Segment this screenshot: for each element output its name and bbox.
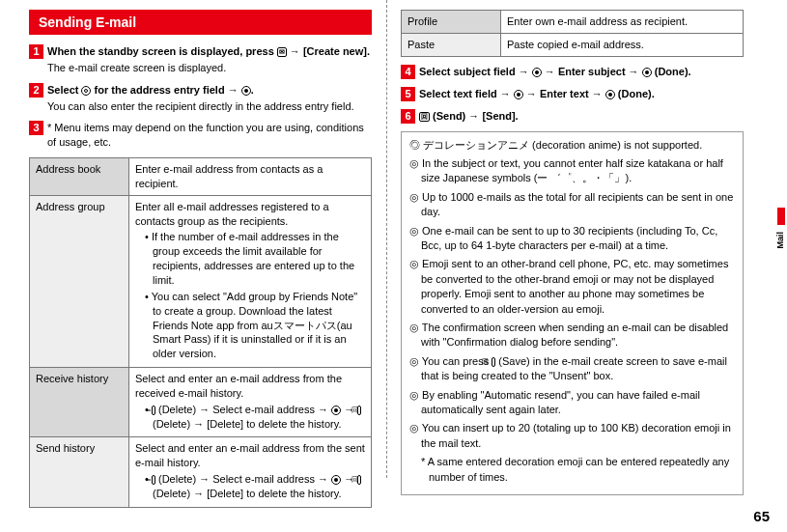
list-item: ═ (Delete) → Select e-mail address → → 回… (145, 472, 365, 501)
note-subline: * A same entered decoration emoji can be… (409, 455, 735, 485)
page-content: Sending E-mail 1 When the standby screen… (0, 0, 787, 492)
step1-note: The e-mail create screen is displayed. (47, 61, 372, 75)
center-key-icon (331, 475, 341, 485)
inner-list: If the number of e-mail addresses in the… (135, 230, 365, 361)
step2-note: You can also enter the recipient directl… (47, 99, 372, 114)
profile-paste-table: Profile Enter own e-mail address as reci… (401, 10, 744, 57)
cell-value: Select and enter an e-mail address from … (129, 368, 372, 437)
note-text: Up to 1000 e-mails as the total for all … (421, 191, 733, 217)
section-header: Sending E-mail (29, 10, 372, 35)
center-key-icon (514, 90, 523, 99)
step-number-icon: 1 (29, 44, 43, 59)
soft-key-icon: 回 (357, 406, 361, 415)
inner-list: ═ (Delete) → Select e-mail address → → 回… (135, 472, 365, 501)
step-number-icon: 2 (29, 83, 43, 98)
note-text: Emoji sent to an other-brand cell phone,… (421, 258, 728, 314)
soft-key-icon: ═ (152, 475, 155, 485)
step-5: 5 Select text field → → Enter text → (Do… (401, 87, 744, 101)
inner-list: ═ (Delete) → Select e-mail address → → 回… (135, 403, 365, 432)
address-options-table: Address book Enter e-mail address from c… (29, 157, 372, 508)
step5-main: Select text field → → Enter text → (Done… (419, 88, 655, 99)
note-line: ◎ In the subject or text, you cannot ent… (409, 156, 735, 186)
notes-box: ◎ デコレーションアニメ (decoration anime) is not s… (401, 131, 744, 495)
cell-text: Enter all e-mail addresses registered to… (135, 201, 329, 227)
soft-key-icon: ═ (152, 406, 155, 415)
right-column: Profile Enter own e-mail address as reci… (386, 10, 744, 492)
note-text: By enabling "Automatic resend", you can … (421, 389, 700, 415)
step-2: 2 Select for the address entry field → .… (29, 83, 372, 114)
cell-value: Select and enter an e-mail address from … (129, 437, 372, 507)
note-text: * A same entered decoration emoji can be… (421, 456, 729, 482)
table-row: Profile Enter own e-mail address as reci… (402, 11, 744, 34)
list-item: You can select "Add group by Friends Not… (145, 290, 365, 361)
cell-label: Paste (402, 33, 501, 56)
step1-main: When the standby screen is displayed, pr… (47, 45, 370, 57)
cell-value: Paste copied e-mail address. (501, 33, 744, 56)
cell-value: Enter all e-mail addresses registered to… (129, 195, 372, 367)
center-key-icon (642, 68, 652, 77)
note-line: ◎ Emoji sent to an other-brand cell phon… (409, 257, 735, 317)
center-key-icon (532, 68, 542, 77)
step-number-icon: 5 (401, 87, 415, 101)
table-row: Receive history Select and enter an e-ma… (30, 368, 372, 437)
step2-main: Select for the address entry field → . (47, 84, 254, 96)
cell-label: Send history (30, 437, 129, 507)
soft-key-icon: 回 (492, 357, 495, 367)
step3-main: * Menu items may depend on the function … (47, 122, 364, 148)
center-key-icon (241, 86, 251, 96)
step-body: Select text field → → Enter text → (Done… (419, 87, 744, 101)
step4-main: Select subject field → → Enter subject →… (419, 66, 691, 77)
center-key-icon (331, 406, 341, 415)
cell-label: Address group (30, 195, 129, 367)
note-text: デコレーションアニメ (decoration anime) is not sup… (423, 139, 702, 151)
note-text: One e-mail can be sent to up to 30 recip… (421, 225, 717, 251)
cell-label: Address book (30, 158, 129, 196)
left-column: Sending E-mail 1 When the standby screen… (29, 10, 386, 492)
note-text: In the subject or text, you cannot enter… (421, 157, 723, 183)
side-tab-marker (777, 208, 785, 225)
note-line: ◎ By enabling "Automatic resend", you ca… (409, 388, 735, 418)
cell-label: Receive history (30, 368, 129, 437)
step-4: 4 Select subject field → → Enter subject… (401, 65, 744, 79)
cell-value: Enter e-mail address from contacts as a … (129, 158, 372, 196)
step-body: When the standby screen is displayed, pr… (47, 44, 372, 75)
side-tab: Mail (772, 222, 785, 261)
page-number: 65 (753, 508, 770, 524)
note-text: You can insert up to 20 (totaling up to … (421, 422, 731, 448)
soft-key-icon: 回 (419, 112, 430, 122)
step-number-icon: 3 (29, 121, 43, 135)
soft-key-icon: 回 (357, 475, 361, 485)
note-line: ◎ Up to 1000 e-mails as the total for al… (409, 190, 735, 220)
step-number-icon: 6 (401, 109, 415, 124)
step-6: 6 回 (Send) → [Send]. (401, 109, 744, 124)
list-item: ═ (Delete) → Select e-mail address → → 回… (145, 403, 365, 432)
note-line: ◎ You can insert up to 20 (totaling up t… (409, 421, 735, 451)
step-body: * Menu items may depend on the function … (47, 121, 372, 150)
cell-text: Select and enter an e-mail address from … (135, 442, 365, 468)
step-3: 3 * Menu items may depend on the functio… (29, 121, 372, 150)
step-body: 回 (Send) → [Send]. (419, 109, 744, 124)
note-text: The confirmation screen when sending an … (421, 322, 728, 348)
step-1: 1 When the standby screen is displayed, … (29, 44, 372, 75)
table-row: Send history Select and enter an e-mail … (30, 437, 372, 507)
step-body: Select for the address entry field → . Y… (47, 83, 372, 114)
note-line: ◎ デコレーションアニメ (decoration anime) is not s… (409, 138, 735, 153)
note-line: ◎ The confirmation screen when sending a… (409, 321, 735, 350)
cell-value: Enter own e-mail address as recipient. (501, 11, 744, 34)
side-tab-label: Mail (775, 232, 785, 249)
table-row: Paste Paste copied e-mail address. (402, 33, 744, 56)
cell-text: Select and enter an e-mail address from … (135, 373, 342, 399)
cog-icon (81, 86, 91, 96)
cell-label: Profile (402, 11, 501, 34)
center-key-icon (605, 90, 615, 99)
note-line: ◎ You can press 回 (Save) in the e-mail c… (409, 354, 735, 384)
step-body: Select subject field → → Enter subject →… (419, 65, 744, 79)
step6-main: 回 (Send) → [Send]. (419, 110, 519, 122)
table-row: Address book Enter e-mail address from c… (30, 158, 372, 196)
mail-key-icon: ✉ (277, 47, 287, 57)
table-row: Address group Enter all e-mail addresses… (30, 195, 372, 367)
step-number-icon: 4 (401, 65, 415, 79)
list-item: If the number of e-mail addresses in the… (145, 230, 365, 287)
note-line: ◎ One e-mail can be sent to up to 30 rec… (409, 224, 735, 254)
